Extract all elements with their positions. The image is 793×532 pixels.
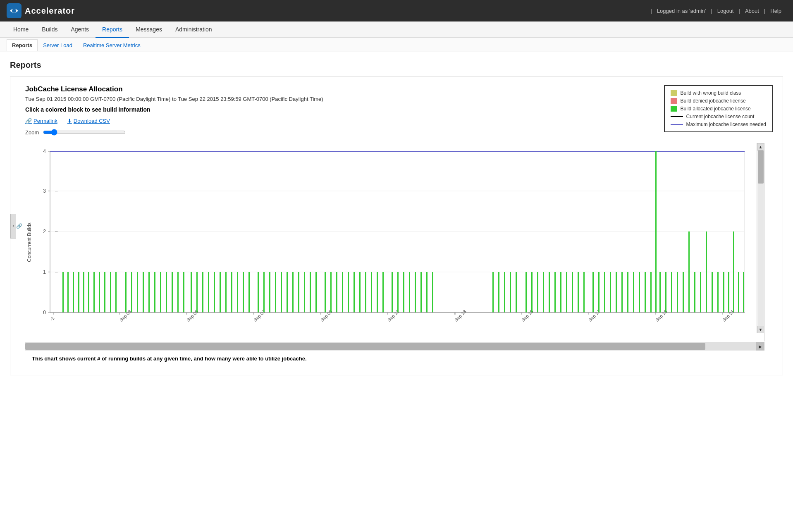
scroll-down-button[interactable]: ▼ — [757, 326, 764, 333]
bar[interactable] — [616, 272, 617, 313]
bar[interactable] — [492, 272, 494, 313]
bar[interactable] — [633, 272, 634, 313]
bar[interactable] — [166, 272, 167, 313]
logout-link[interactable]: Logout — [712, 8, 739, 14]
bar[interactable] — [115, 272, 117, 313]
bar[interactable] — [248, 272, 250, 313]
left-panel-toggle[interactable]: ‹ — [10, 214, 16, 239]
bar[interactable] — [583, 272, 585, 313]
bar[interactable] — [694, 272, 695, 313]
bar[interactable] — [154, 272, 155, 313]
bar[interactable] — [498, 272, 499, 313]
bar[interactable] — [733, 231, 734, 313]
bar[interactable] — [700, 272, 701, 313]
bar[interactable] — [409, 272, 410, 313]
bar[interactable] — [592, 272, 594, 313]
bar[interactable] — [237, 272, 238, 313]
bar[interactable] — [420, 272, 422, 313]
bar[interactable] — [712, 272, 713, 313]
bar[interactable] — [78, 272, 79, 313]
vertical-scrollbar[interactable]: ▲ ▼ — [757, 143, 764, 333]
bar[interactable] — [531, 272, 533, 313]
bar[interactable] — [743, 272, 744, 313]
bar[interactable] — [99, 272, 100, 313]
nav-item-agents[interactable]: Agents — [64, 22, 96, 38]
bar[interactable] — [510, 272, 511, 313]
bar[interactable] — [382, 272, 384, 313]
bar[interactable] — [183, 272, 184, 313]
about-link[interactable]: About — [740, 8, 764, 14]
download-csv-link[interactable]: ⬇ Download CSV — [67, 118, 110, 124]
bar[interactable] — [566, 272, 567, 313]
bar[interactable] — [148, 272, 150, 313]
bar[interactable] — [225, 272, 227, 313]
bar[interactable] — [160, 272, 161, 313]
bar[interactable] — [93, 272, 95, 313]
scroll-thumb[interactable] — [758, 150, 764, 184]
bar[interactable] — [336, 272, 337, 313]
bar[interactable] — [137, 272, 138, 313]
bar[interactable] — [330, 272, 332, 313]
bar[interactable] — [243, 272, 244, 313]
scroll-right-button[interactable]: ▶ — [756, 342, 764, 351]
bar[interactable] — [572, 272, 573, 313]
nav-item-reports[interactable]: Reports — [96, 22, 129, 38]
bar[interactable] — [627, 272, 628, 313]
bar[interactable] — [342, 272, 343, 313]
bar[interactable] — [304, 272, 305, 313]
subnav-item-server-load[interactable]: Server Load — [38, 39, 78, 51]
bar[interactable] — [365, 272, 366, 313]
permalink-link[interactable]: 🔗 Permalink — [25, 118, 57, 124]
bar[interactable] — [143, 272, 144, 313]
bar[interactable] — [717, 272, 719, 313]
bar[interactable] — [62, 272, 64, 313]
bar[interactable] — [83, 272, 84, 313]
bar[interactable] — [610, 272, 611, 313]
bar[interactable] — [269, 272, 270, 313]
bar[interactable] — [397, 272, 399, 313]
bar[interactable] — [177, 272, 179, 313]
chart-svg[interactable]: Concurrent Builds 0 1 – 2 — [25, 143, 761, 341]
bar[interactable] — [560, 272, 561, 313]
bar[interactable] — [604, 272, 605, 313]
bar[interactable] — [214, 272, 215, 313]
help-link[interactable]: Help — [765, 8, 786, 14]
bar[interactable] — [359, 272, 361, 313]
bar[interactable] — [125, 272, 127, 313]
subnav-item-realtime[interactable]: Realtime Server Metrics — [78, 39, 146, 51]
bar[interactable] — [287, 272, 288, 313]
bar[interactable] — [354, 272, 355, 313]
subnav-item-reports[interactable]: Reports — [7, 39, 38, 51]
bar[interactable] — [650, 272, 652, 313]
nav-item-home[interactable]: Home — [7, 22, 35, 38]
nav-item-builds[interactable]: Builds — [35, 22, 64, 38]
bar[interactable] — [706, 231, 707, 313]
bar[interactable] — [292, 272, 294, 313]
bar[interactable] — [275, 272, 276, 313]
bar[interactable] — [131, 272, 132, 313]
bar[interactable] — [639, 272, 640, 313]
bar[interactable] — [621, 272, 623, 313]
bar[interactable] — [598, 272, 600, 313]
bar[interactable] — [220, 272, 221, 313]
bar[interactable] — [172, 272, 173, 313]
bar[interactable] — [578, 272, 579, 313]
bar[interactable] — [298, 272, 299, 313]
bar[interactable] — [659, 272, 661, 313]
bar[interactable] — [310, 272, 311, 313]
bar[interactable] — [258, 272, 259, 313]
scroll-up-button[interactable]: ▲ — [757, 143, 764, 150]
bar[interactable] — [525, 272, 527, 313]
bar[interactable] — [263, 272, 265, 313]
zoom-slider[interactable] — [43, 129, 126, 136]
bar[interactable] — [88, 272, 89, 313]
bar[interactable] — [415, 272, 416, 313]
bar[interactable] — [554, 272, 556, 313]
bar[interactable] — [104, 272, 105, 313]
bar[interactable] — [688, 231, 690, 313]
bar[interactable] — [403, 272, 404, 313]
bar[interactable] — [73, 272, 74, 313]
bar[interactable] — [665, 272, 666, 313]
bar[interactable] — [671, 272, 672, 313]
bar[interactable] — [537, 272, 538, 313]
